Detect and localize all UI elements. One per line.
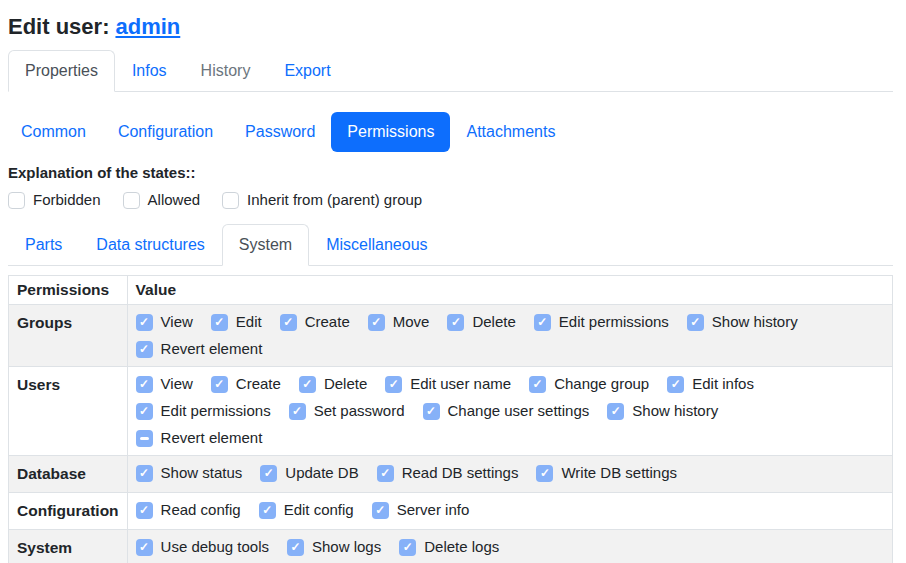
permission-option-use-debug-tools: Use debug tools	[136, 537, 269, 557]
tab-properties[interactable]: Properties	[8, 50, 115, 92]
category-cell-database: Database	[9, 456, 128, 493]
column-header-value: Value	[127, 276, 892, 305]
checkbox-label: Move	[393, 312, 430, 332]
checkbox-label: Show history	[632, 401, 718, 421]
permission-option-edit-permissions: Edit permissions	[534, 312, 669, 332]
permission-option-read-db-settings: Read DB settings	[377, 463, 519, 483]
checkbox-show-logs-checked[interactable]	[287, 539, 304, 556]
checkbox-delete-checked[interactable]	[299, 376, 316, 393]
checkbox-label: Revert element	[161, 428, 263, 448]
states-explanation-heading: Explanation of the states::	[8, 164, 893, 182]
tab-history[interactable]: History	[184, 50, 268, 92]
checkbox-edit-config-checked[interactable]	[259, 502, 276, 519]
checkbox-inherit-from-parent-group-unchecked[interactable]	[222, 192, 239, 209]
permission-option-allowed: Allowed	[123, 190, 201, 210]
checkbox-show-status-checked[interactable]	[136, 465, 153, 482]
checkbox-move-checked[interactable]	[368, 314, 385, 331]
checkbox-server-info-checked[interactable]	[372, 502, 389, 519]
checkbox-view-checked[interactable]	[136, 376, 153, 393]
checkbox-revert-element-checked[interactable]	[136, 341, 153, 358]
checkbox-label: Delete	[324, 374, 367, 394]
checkbox-forbidden-unchecked[interactable]	[8, 192, 25, 209]
value-cell-database: Show statusUpdate DBRead DB settingsWrit…	[127, 456, 892, 493]
checkbox-create-checked[interactable]	[280, 314, 297, 331]
permission-option-delete: Delete	[299, 374, 367, 394]
tab-infos[interactable]: Infos	[115, 50, 184, 92]
checkbox-create-checked[interactable]	[211, 376, 228, 393]
edited-user-link[interactable]: admin	[115, 14, 180, 39]
checkbox-use-debug-tools-checked[interactable]	[136, 539, 153, 556]
tab-configuration[interactable]: Configuration	[102, 112, 229, 152]
checkbox-label: View	[161, 312, 193, 332]
permission-option-set-password: Set password	[289, 401, 405, 421]
permission-tab-bar: PartsData structuresSystemMiscellaneous	[8, 224, 893, 266]
category-cell-users: Users	[9, 367, 128, 456]
checkbox-write-db-settings-checked[interactable]	[536, 465, 553, 482]
checkbox-change-user-settings-checked[interactable]	[423, 403, 440, 420]
checkbox-label: Allowed	[148, 190, 201, 210]
checkbox-edit-infos-checked[interactable]	[667, 376, 684, 393]
category-cell-configuration: Configuration	[9, 493, 128, 530]
tab-common[interactable]: Common	[5, 112, 102, 152]
tab-system[interactable]: System	[222, 224, 309, 266]
checkbox-label: Forbidden	[33, 190, 101, 210]
permission-line: Revert element	[136, 428, 884, 448]
permission-option-edit-infos: Edit infos	[667, 374, 754, 394]
permission-option-show-history: Show history	[607, 401, 718, 421]
permission-option-move: Move	[368, 312, 430, 332]
checkbox-edit-permissions-checked[interactable]	[136, 403, 153, 420]
checkbox-update-db-checked[interactable]	[260, 465, 277, 482]
checkbox-edit-permissions-checked[interactable]	[534, 314, 551, 331]
page-title-text: Edit user:	[8, 14, 109, 39]
tab-export[interactable]: Export	[267, 50, 347, 92]
tab-miscellaneous[interactable]: Miscellaneous	[309, 224, 444, 266]
tab-parts[interactable]: Parts	[8, 224, 79, 266]
permission-line: Revert element	[136, 339, 884, 359]
checkbox-label: Read DB settings	[402, 463, 519, 483]
checkbox-label: Change group	[554, 374, 649, 394]
tab-attachments[interactable]: Attachments	[450, 112, 571, 152]
checkbox-show-history-checked[interactable]	[687, 314, 704, 331]
checkbox-delete-checked[interactable]	[447, 314, 464, 331]
checkbox-view-checked[interactable]	[136, 314, 153, 331]
checkbox-label: Inherit from (parent) group	[247, 190, 422, 210]
permission-option-edit-permissions: Edit permissions	[136, 401, 271, 421]
checkbox-edit-checked[interactable]	[211, 314, 228, 331]
permission-option-create: Create	[211, 374, 281, 394]
permission-line: Show statusUpdate DBRead DB settingsWrit…	[136, 463, 884, 483]
section-pill-bar: CommonConfigurationPasswordPermissionsAt…	[5, 112, 893, 152]
tab-permissions[interactable]: Permissions	[331, 112, 450, 152]
checkbox-label: Change user settings	[448, 401, 590, 421]
checkbox-allowed-unchecked[interactable]	[123, 192, 140, 209]
checkbox-label: Edit	[236, 312, 262, 332]
checkbox-label: Edit config	[284, 500, 354, 520]
permission-option-show-status: Show status	[136, 463, 243, 483]
checkbox-label: View	[161, 374, 193, 394]
checkbox-set-password-checked[interactable]	[289, 403, 306, 420]
checkbox-edit-user-name-checked[interactable]	[385, 376, 402, 393]
checkbox-revert-element-indeterminate[interactable]	[136, 430, 153, 447]
permission-option-read-config: Read config	[136, 500, 241, 520]
permission-option-change-user-settings: Change user settings	[423, 401, 590, 421]
table-header-row: Permissions Value	[9, 276, 893, 305]
page-title: Edit user:admin	[8, 14, 893, 40]
checkbox-change-group-checked[interactable]	[529, 376, 546, 393]
permissions-table: Permissions Value GroupsViewEditCreateMo…	[8, 275, 893, 563]
checkbox-delete-logs-checked[interactable]	[399, 539, 416, 556]
checkbox-read-config-checked[interactable]	[136, 502, 153, 519]
permission-option-edit: Edit	[211, 312, 262, 332]
table-row-system: SystemUse debug toolsShow logsDelete log…	[9, 530, 893, 563]
tab-data-structures[interactable]: Data structures	[79, 224, 221, 266]
checkbox-label: Show logs	[312, 537, 381, 557]
checkbox-label: Set password	[314, 401, 405, 421]
value-cell-users: ViewCreateDeleteEdit user nameChange gro…	[127, 367, 892, 456]
permission-option-delete: Delete	[447, 312, 515, 332]
checkbox-label: Revert element	[161, 339, 263, 359]
permission-line: Use debug toolsShow logsDelete logs	[136, 537, 884, 557]
permission-option-show-logs: Show logs	[287, 537, 381, 557]
tab-password[interactable]: Password	[229, 112, 331, 152]
checkbox-read-db-settings-checked[interactable]	[377, 465, 394, 482]
value-cell-groups: ViewEditCreateMoveDeleteEdit permissions…	[127, 305, 892, 367]
checkbox-show-history-checked[interactable]	[607, 403, 624, 420]
permission-option-view: View	[136, 312, 193, 332]
